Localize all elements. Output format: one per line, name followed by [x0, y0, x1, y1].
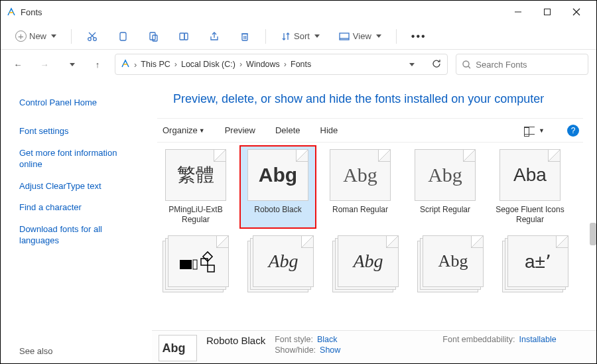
minimize-button[interactable] [503, 2, 533, 22]
font-item[interactable]: Abg [243, 235, 318, 296]
chevron-down-icon [51, 34, 56, 38]
chevron-down-icon [314, 34, 320, 38]
showhide-value: Show [320, 345, 340, 355]
svg-rect-23 [201, 259, 208, 265]
svg-rect-12 [184, 33, 188, 40]
share-button[interactable] [202, 26, 227, 47]
copy-button[interactable] [110, 26, 135, 47]
chevron-right-icon: › [134, 60, 137, 70]
showhide-label: Show/hide: [275, 345, 316, 355]
up-button[interactable]: ↑ [88, 55, 107, 74]
app-icon [6, 7, 17, 17]
sidebar-link[interactable]: Download fonts for all languages [19, 224, 140, 247]
rename-button[interactable] [171, 26, 196, 47]
svg-rect-1 [545, 9, 551, 15]
refresh-button[interactable] [432, 58, 442, 70]
breadcrumb-segment[interactable]: Local Disk (C:)› [181, 60, 242, 69]
font-grid: 繁體PMingLiU-ExtB RegularAbgRoboto BlackAb… [157, 143, 583, 303]
svg-point-19 [463, 61, 469, 67]
sidebar-link[interactable]: Get more font information online [19, 148, 140, 170]
back-button[interactable]: ← [9, 55, 27, 74]
new-button[interactable]: + New [9, 26, 63, 47]
breadcrumb-segment[interactable]: Fonts [291, 60, 311, 69]
embed-value: Installable [519, 335, 556, 344]
font-item[interactable]: AbgRoman Regular [323, 149, 397, 225]
search-box[interactable] [456, 54, 588, 75]
sort-label: Sort [294, 31, 310, 41]
more-button[interactable]: ••• [405, 26, 433, 47]
svg-rect-13 [242, 34, 247, 40]
font-style-value: Black [317, 335, 338, 344]
close-button[interactable] [562, 2, 591, 22]
svg-point-5 [94, 37, 97, 40]
maximize-button[interactable] [533, 2, 562, 22]
titlebar: Fonts [1, 1, 596, 23]
svg-rect-21 [180, 260, 192, 269]
new-label: New [29, 31, 46, 41]
help-button[interactable]: ? [567, 125, 579, 137]
search-icon [462, 60, 470, 70]
font-item[interactable] [159, 235, 233, 296]
details-pane: Abg Roboto Black Font style: Black Show/… [152, 330, 596, 363]
window-title: Fonts [21, 7, 503, 17]
svg-rect-8 [120, 32, 126, 40]
details-title: Roboto Black [206, 335, 265, 346]
svg-point-4 [88, 37, 92, 40]
font-item[interactable]: AbaSegoe Fluent Icons Regular [493, 149, 567, 225]
delete-button[interactable] [232, 26, 257, 47]
svg-line-20 [468, 66, 470, 69]
sidebar-link[interactable]: Find a character [19, 202, 140, 213]
recent-button[interactable] [62, 55, 80, 74]
embed-label: Font embeddability: [442, 335, 515, 344]
font-item[interactable]: Abg [413, 235, 488, 296]
main-panel: Preview, delete, or show and hide the fo… [152, 82, 596, 363]
font-item[interactable]: AbgScript Regular [408, 149, 482, 225]
toolbar: + New Sort View ••• [1, 23, 596, 50]
cut-button[interactable] [80, 26, 105, 47]
hide-button[interactable]: Hide [319, 121, 340, 139]
delete-font-button[interactable]: Delete [274, 121, 302, 139]
svg-rect-11 [180, 33, 184, 40]
sidebar-seealso-link[interactable]: Text Services and Input Language [19, 363, 140, 363]
preview-button[interactable]: Preview [224, 121, 257, 139]
chevron-down-icon [376, 34, 381, 38]
font-item[interactable]: AbgRoboto Black [241, 147, 315, 227]
layout-button[interactable]: ▼ [523, 123, 546, 139]
action-bar: Organize ▼ Preview Delete Hide ▼ ? [157, 118, 583, 143]
scrollbar-thumb[interactable] [590, 223, 596, 245]
view-button[interactable]: View [332, 26, 388, 47]
font-item[interactable]: 繁體PMingLiU-ExtB Regular [159, 149, 233, 225]
view-label: View [353, 31, 371, 41]
details-thumb: Abg [159, 335, 197, 361]
font-item[interactable]: Abg [328, 235, 403, 296]
sort-button[interactable]: Sort [274, 26, 326, 47]
sidebar-link[interactable]: Font settings [19, 126, 140, 137]
navigation-bar: ← → ↑ › This PC› Local Disk (C:)› Window… [1, 50, 596, 79]
paste-button[interactable] [141, 26, 166, 47]
organize-button[interactable]: Organize ▼ [161, 121, 206, 139]
font-item[interactable]: a±ʼ [498, 235, 572, 296]
breadcrumb-segment[interactable]: Windows› [246, 60, 287, 69]
svg-rect-22 [193, 260, 197, 269]
address-dropdown[interactable] [409, 63, 415, 66]
forward-button[interactable]: → [35, 55, 54, 74]
sidebar: Control Panel Home Font settings Get mor… [1, 82, 152, 363]
sidebar-home[interactable]: Control Panel Home [19, 97, 140, 109]
sidebar-link[interactable]: Adjust ClearType text [19, 181, 140, 192]
plus-icon: + [15, 30, 27, 42]
address-bar[interactable]: › This PC› Local Disk (C:)› Windows› Fon… [115, 54, 448, 75]
breadcrumb-segment[interactable]: This PC› [141, 60, 177, 69]
svg-rect-24 [208, 265, 214, 272]
seealso-heading: See also [19, 346, 140, 356]
search-input[interactable] [476, 60, 582, 70]
folder-icon [121, 59, 130, 70]
page-heading: Preview, delete, or show and hide the fo… [173, 92, 583, 106]
font-style-label: Font style: [275, 335, 313, 344]
